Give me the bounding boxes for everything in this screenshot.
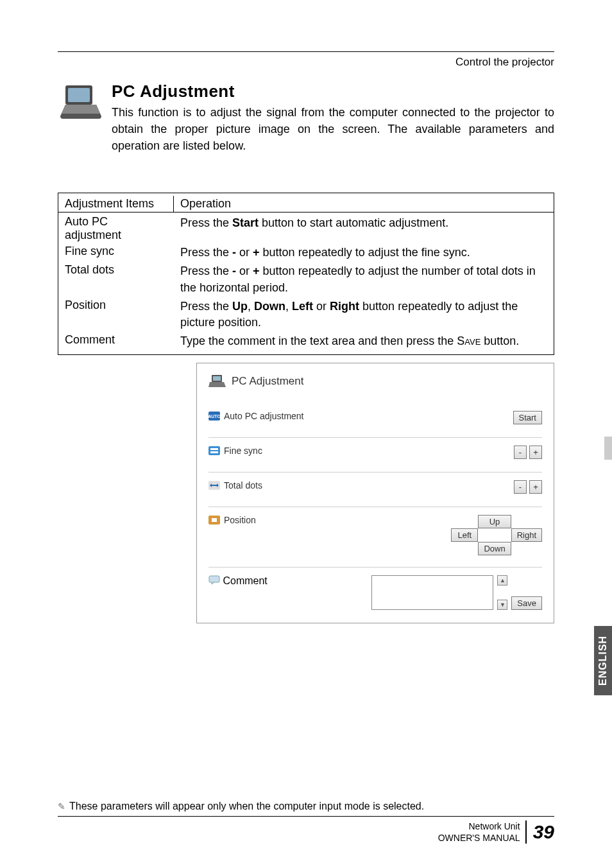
- fine-sync-plus-button[interactable]: +: [529, 446, 542, 459]
- scroll-down-button[interactable]: ▼: [497, 600, 507, 610]
- svg-rect-14: [212, 518, 217, 522]
- laptop-icon: [58, 82, 104, 123]
- table-row: Position Press the Up, Down, Left or Rig…: [58, 297, 554, 332]
- adjustment-table: Adjustment Items Operation Auto PC adjus…: [58, 193, 554, 355]
- footer-line2: OWNER'S MANUAL: [438, 832, 520, 844]
- auto-icon: AUTO: [208, 412, 220, 421]
- position-up-button[interactable]: Up: [478, 515, 511, 528]
- intro-paragraph: This function is to adjust the signal fr…: [112, 104, 554, 154]
- svg-rect-7: [210, 448, 218, 450]
- total-dots-minus-button[interactable]: -: [514, 480, 527, 494]
- total-dots-icon: [208, 481, 220, 490]
- svg-rect-3: [213, 376, 221, 381]
- footnote-text: These parameters will appear only when t…: [69, 801, 424, 812]
- total-dots-plus-button[interactable]: +: [529, 480, 542, 494]
- table-row: Fine sync Press the - or + button repeat…: [58, 243, 554, 262]
- start-button[interactable]: Start: [513, 411, 542, 424]
- auto-pc-label: Auto PC adjustment: [224, 411, 304, 421]
- svg-text:AUTO: AUTO: [208, 414, 220, 419]
- comment-icon: [208, 575, 220, 584]
- table-head-operation: Operation: [174, 196, 554, 212]
- page-title: PC Adjustment: [112, 82, 554, 101]
- comment-textarea[interactable]: [371, 575, 493, 610]
- panel-title: PC Adjustment: [232, 375, 303, 388]
- position-right-button[interactable]: Right: [511, 528, 542, 542]
- table-row: Total dots Press the - or + button repea…: [58, 262, 554, 297]
- table-head-items: Adjustment Items: [58, 196, 174, 212]
- total-dots-label: Total dots: [224, 480, 262, 490]
- fine-sync-minus-button[interactable]: -: [514, 446, 527, 459]
- fine-sync-label: Fine sync: [224, 446, 262, 456]
- table-row: Auto PC adjustment Press the Start butto…: [58, 214, 554, 243]
- comment-label: Comment: [223, 575, 267, 586]
- pc-adjustment-panel: PC Adjustment AUTO Auto PC adjustment St…: [196, 363, 554, 623]
- svg-rect-15: [209, 576, 219, 582]
- position-left-button[interactable]: Left: [451, 528, 478, 542]
- svg-rect-8: [210, 451, 218, 453]
- fine-sync-icon: [208, 446, 220, 455]
- position-down-button[interactable]: Down: [478, 542, 511, 555]
- language-tab: ENGLISH: [594, 626, 612, 695]
- footer-line1: Network Unit: [438, 820, 520, 832]
- save-button[interactable]: Save: [511, 596, 542, 610]
- table-row: Comment Type the comment in the text are…: [58, 332, 554, 351]
- header-section: Control the projector: [58, 56, 554, 69]
- pencil-icon: ✎: [58, 801, 65, 812]
- position-icon: [208, 516, 220, 525]
- svg-rect-6: [208, 446, 220, 455]
- page-edge-stub: [604, 437, 612, 460]
- scroll-up-button[interactable]: ▲: [497, 575, 507, 586]
- page-number: 39: [533, 821, 554, 843]
- laptop-small-icon: [208, 374, 226, 389]
- position-label: Position: [224, 515, 256, 525]
- svg-rect-1: [68, 88, 90, 102]
